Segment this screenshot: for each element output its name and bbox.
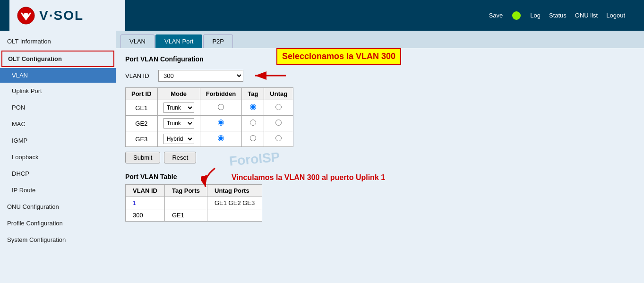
tag-ge1: [242, 100, 264, 116]
mode-select-ge2[interactable]: Access Trunk Hybrid: [163, 118, 194, 129]
tag-radio-ge2[interactable]: [250, 120, 256, 126]
forbidden-ge1: [200, 100, 242, 116]
annotation-vlan-300: Seleccionamos la VLAN 300: [276, 48, 401, 65]
annotation-vinculamos: Vinculamos la VLAN 300 al puerto Uplink …: [232, 173, 385, 182]
untag-ports-300: [207, 209, 262, 222]
vlan-id-row: VLAN ID 300 1: [125, 69, 635, 83]
sidebar-item-dhcp[interactable]: DHCP: [0, 165, 116, 182]
reset-button[interactable]: Reset: [164, 152, 196, 163]
table-row: 1 GE1 GE2 GE3: [126, 197, 262, 209]
vlan-table-col-id: VLAN ID: [126, 185, 165, 197]
sidebar-item-loopback[interactable]: Loopback: [0, 149, 116, 165]
vsol-logo-icon: [17, 6, 35, 25]
main-content: VLAN VLAN Port P2P Seleccionamos la VLAN…: [116, 31, 644, 283]
tag-ge2: [242, 116, 264, 131]
header-links: Log Status ONU list Logout: [530, 12, 625, 19]
untag-ge1: [264, 100, 293, 116]
vlan-id-1: 1: [126, 197, 165, 209]
save-button[interactable]: Save: [489, 12, 503, 19]
table-row: 300 GE1: [126, 209, 262, 222]
untag-ge2: [264, 116, 293, 131]
untag-ge3: [264, 131, 293, 147]
col-tag: Tag: [242, 88, 264, 100]
col-mode: Mode: [157, 88, 200, 100]
submit-button[interactable]: Submit: [125, 152, 160, 163]
sidebar-item-system-config[interactable]: System Configuration: [0, 232, 116, 248]
untag-radio-ge2[interactable]: [275, 120, 282, 126]
sidebar-item-uplink-port[interactable]: Uplink Port: [0, 83, 116, 99]
port-id-ge3: GE3: [126, 131, 158, 147]
sidebar-item-ip-route[interactable]: IP Route: [0, 182, 116, 198]
col-forbidden: Forbidden: [200, 88, 242, 100]
port-config-table: Port ID Mode Forbidden Tag Untag GE1: [125, 87, 293, 147]
col-untag: Untag: [264, 88, 293, 100]
sidebar-item-igmp[interactable]: IGMP: [0, 132, 116, 149]
logo-text: V·SOL: [39, 8, 84, 23]
annotation2-area: Vinculamos la VLAN 300 al puerto Uplink …: [201, 166, 385, 189]
mode-select-ge3[interactable]: Access Trunk Hybrid: [163, 134, 194, 144]
logo-area: V·SOL: [9, 0, 125, 31]
logout-link[interactable]: Logout: [606, 12, 625, 19]
onu-list-link[interactable]: ONU list: [575, 12, 598, 19]
svg-point-1: [23, 13, 29, 18]
forbidden-ge3: [200, 131, 242, 147]
tag-ports-300: GE1: [165, 209, 207, 222]
sidebar-item-profile-config[interactable]: Profile Configuration: [0, 215, 116, 232]
forbidden-radio-ge2[interactable]: [218, 120, 224, 126]
header: V·SOL Save Log Status ONU list Logout: [0, 0, 644, 31]
table-row: GE2 Access Trunk Hybrid: [126, 116, 293, 131]
vlan-id-label: VLAN ID: [125, 72, 154, 79]
log-link[interactable]: Log: [530, 12, 541, 19]
sidebar-item-pon[interactable]: PON: [0, 99, 116, 116]
port-id-ge2: GE2: [126, 116, 158, 131]
untag-radio-ge1[interactable]: [275, 104, 282, 110]
tab-bar: VLAN VLAN Port P2P: [116, 31, 644, 48]
tag-radio-ge1[interactable]: [250, 104, 256, 110]
content-area: Seleccionamos la VLAN 300 Port VLAN Conf…: [116, 48, 644, 229]
tag-ge3: [242, 131, 264, 147]
sidebar: OLT Information OLT Configuration VLAN U…: [0, 31, 116, 283]
sidebar-item-vlan[interactable]: VLAN: [0, 68, 116, 83]
status-indicator: [512, 11, 521, 20]
tab-p2p[interactable]: P2P: [203, 34, 233, 48]
tab-vlan-port[interactable]: VLAN Port: [155, 34, 202, 48]
header-right: Save Log Status ONU list Logout: [125, 11, 635, 20]
btn-annotation-area: Submit Reset ForoISP: [125, 152, 635, 163]
untag-ports-1: GE1 GE2 GE3: [207, 197, 262, 209]
vlan-id-select[interactable]: 300 1: [158, 70, 243, 82]
forbidden-ge2: [200, 116, 242, 131]
mode-ge3: Access Trunk Hybrid: [157, 131, 200, 147]
tag-ports-1: [165, 197, 207, 209]
layout: OLT Information OLT Configuration VLAN U…: [0, 31, 644, 283]
vlan-id-300: 300: [126, 209, 165, 222]
arrow-to-dropdown: [250, 69, 288, 83]
status-link[interactable]: Status: [549, 12, 567, 19]
col-port-id: Port ID: [126, 88, 158, 100]
arrow2-icon: [201, 166, 229, 189]
btn-row: Submit Reset: [125, 152, 635, 163]
config-section-wrapper: Seleccionamos la VLAN 300 Port VLAN Conf…: [125, 55, 635, 163]
table-row: GE3 Access Trunk Hybrid: [126, 131, 293, 147]
sidebar-item-onu-config[interactable]: ONU Configuration: [0, 198, 116, 215]
mode-select-ge1[interactable]: Access Trunk Hybrid: [163, 103, 194, 113]
table-row: GE1 Access Trunk Hybrid: [126, 100, 293, 116]
tag-radio-ge3[interactable]: [250, 135, 256, 141]
mode-ge1: Access Trunk Hybrid: [157, 100, 200, 116]
tab-vlan[interactable]: VLAN: [120, 34, 155, 48]
forbidden-radio-ge1[interactable]: [218, 104, 224, 110]
port-id-ge1: GE1: [126, 100, 158, 116]
sidebar-item-olt-info[interactable]: OLT Information: [0, 33, 116, 50]
untag-radio-ge3[interactable]: [275, 135, 282, 141]
forbidden-radio-ge3[interactable]: [218, 135, 224, 141]
vlan-table: VLAN ID Tag Ports Untag Ports 1 GE1 GE2 …: [125, 184, 262, 222]
sidebar-item-mac[interactable]: MAC: [0, 116, 116, 132]
mode-ge2: Access Trunk Hybrid: [157, 116, 200, 131]
sidebar-item-olt-config[interactable]: OLT Configuration: [1, 51, 114, 67]
